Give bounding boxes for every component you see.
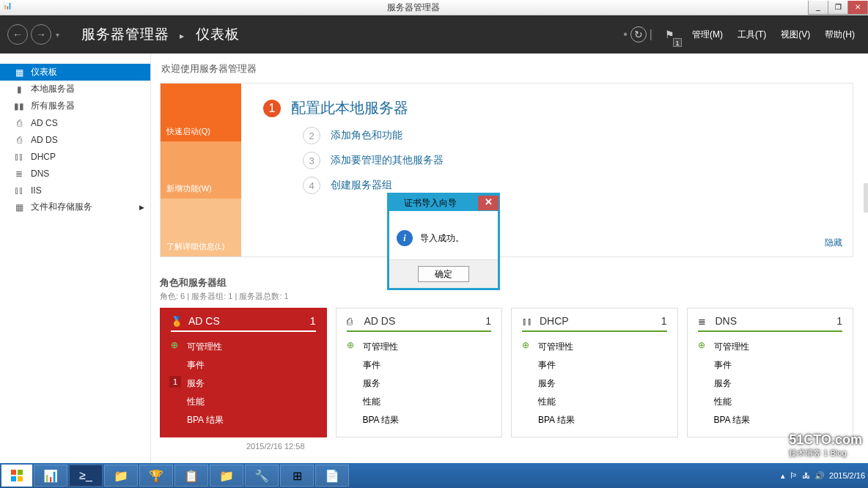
- taskbar-server-manager[interactable]: 📊: [34, 465, 67, 487]
- dialog-ok-button[interactable]: 确定: [418, 266, 469, 282]
- role-item-services[interactable]: 服务: [347, 374, 492, 393]
- roles-summary: 角色: 6 | 服务器组: 1 | 服务器总数: 1: [160, 291, 853, 302]
- refresh-button[interactable]: ↻: [630, 26, 647, 42]
- start-button[interactable]: [1, 465, 32, 487]
- step-number-icon: 1: [263, 100, 281, 117]
- svg-rect-1: [18, 470, 23, 475]
- sidebar-item-iis[interactable]: ⫿⫿IIS: [0, 182, 150, 199]
- step-add-roles[interactable]: 2添加角色和功能: [303, 127, 838, 144]
- sidebar-item-dns[interactable]: ≣DNS: [0, 165, 150, 182]
- role-item-services[interactable]: 服务: [522, 374, 667, 393]
- sidebar-item-label: IIS: [31, 185, 42, 196]
- chevron-right-icon: ▸: [180, 31, 185, 41]
- taskbar-app-5[interactable]: ⊞: [280, 465, 314, 487]
- notifications-button[interactable]: ⚑1: [660, 25, 679, 44]
- taskbar-powershell[interactable]: ≥_: [69, 465, 103, 487]
- breadcrumb-root[interactable]: 服务器管理器: [81, 26, 169, 42]
- tray-volume-icon[interactable]: 🔊: [814, 471, 825, 481]
- storage-icon: ▦: [13, 202, 25, 212]
- sidebar-item-label: DHCP: [31, 152, 56, 162]
- dns-icon: ≣: [13, 169, 25, 179]
- menu-view[interactable]: 视图(V): [775, 29, 816, 41]
- dashboard-icon: ▦: [13, 67, 25, 78]
- role-item-manageability[interactable]: 可管理性: [347, 338, 492, 356]
- role-item-events[interactable]: 事件: [347, 356, 492, 374]
- sidebar-item-dhcp[interactable]: ⫿⫿DHCP: [0, 148, 150, 165]
- notification-badge: 1: [673, 38, 682, 47]
- minimize-button[interactable]: _: [808, 1, 828, 15]
- adds-icon: ⎙: [347, 316, 360, 327]
- tray-up-icon[interactable]: ▴: [781, 471, 785, 481]
- sidebar: ▦仪表板 ▮本地服务器 ▮▮所有服务器 ⎙AD CS ⎙AD DS ⫿⫿DHCP…: [0, 53, 151, 463]
- taskbar-app-1[interactable]: 🏆: [139, 465, 173, 487]
- menu-help[interactable]: 帮助(H): [819, 29, 861, 41]
- taskbar-app-2[interactable]: 📋: [174, 465, 208, 487]
- header-separator: •: [623, 28, 628, 41]
- menu-manage[interactable]: 管理(M): [686, 29, 729, 41]
- close-button[interactable]: ✕: [847, 1, 868, 15]
- roles-timestamp: 2015/2/16 12:58: [246, 442, 853, 451]
- sidebar-item-storage[interactable]: ▦文件和存储服务▶: [0, 199, 150, 215]
- tab-learn-more[interactable]: 了解详细信息(L): [161, 199, 241, 256]
- scrollbar-handle[interactable]: [864, 183, 868, 212]
- maximize-button[interactable]: ❐: [828, 1, 848, 15]
- step-number-icon: 4: [303, 177, 320, 194]
- sidebar-item-label: AD CS: [31, 118, 58, 128]
- adds-icon: ⎙: [13, 135, 25, 145]
- nav-back-button[interactable]: ←: [7, 24, 28, 45]
- tray-network-icon[interactable]: 🖧: [802, 471, 810, 480]
- tab-quick-start[interactable]: 快速启动(Q): [161, 84, 241, 141]
- import-dialog: 证书导入向导 ✕ i 导入成功。 确定: [387, 193, 500, 290]
- welcome-heading: 欢迎使用服务器管理器: [160, 62, 853, 75]
- adcs-icon: ⎙: [13, 118, 25, 128]
- step-add-servers[interactable]: 3添加要管理的其他服务器: [303, 152, 838, 169]
- taskbar-app-3[interactable]: 📁: [210, 465, 243, 487]
- role-item-bpa[interactable]: BPA 结果: [698, 411, 843, 429]
- tab-whats-new[interactable]: 新增功能(W): [161, 141, 241, 199]
- sidebar-item-all-servers[interactable]: ▮▮所有服务器: [0, 97, 150, 114]
- sidebar-item-adcs[interactable]: ⎙AD CS: [0, 114, 150, 131]
- role-card-adds[interactable]: ⎙AD DS1 可管理性 事件 服务 性能 BPA 结果: [336, 308, 503, 437]
- svg-rect-3: [18, 476, 23, 481]
- role-item-performance[interactable]: 性能: [522, 393, 667, 411]
- step-create-group[interactable]: 4创建服务器组: [303, 177, 838, 194]
- roles-heading: 角色和服务器组: [160, 276, 853, 289]
- menu-tools[interactable]: 工具(T): [732, 29, 772, 41]
- sidebar-item-local-server[interactable]: ▮本地服务器: [0, 81, 150, 97]
- role-card-dhcp[interactable]: ⫿⫿DHCP1 可管理性 事件 服务 性能 BPA 结果: [511, 308, 678, 437]
- hide-link[interactable]: 隐藏: [825, 237, 842, 249]
- role-item-events[interactable]: 事件: [171, 356, 316, 374]
- tray-flag-icon[interactable]: 🏳: [790, 471, 798, 480]
- role-item-manageability[interactable]: 可管理性: [522, 338, 667, 356]
- role-item-services[interactable]: 服务: [698, 374, 843, 393]
- sidebar-item-dashboard[interactable]: ▦仪表板: [0, 64, 150, 81]
- role-card-adcs[interactable]: 🏅AD CS1 可管理性 事件 服务 性能 BPA 结果: [160, 308, 327, 437]
- taskbar-app-4[interactable]: 🔧: [245, 465, 279, 487]
- taskbar-app-6[interactable]: 📄: [315, 465, 349, 487]
- nav-dropdown-icon[interactable]: ▾: [56, 31, 59, 39]
- role-item-bpa[interactable]: BPA 结果: [347, 411, 492, 429]
- sidebar-item-label: DNS: [31, 169, 49, 179]
- sidebar-item-adds[interactable]: ⎙AD DS: [0, 131, 150, 148]
- server-icon: ▮: [13, 84, 25, 95]
- dialog-close-button[interactable]: ✕: [478, 196, 499, 210]
- role-item-events[interactable]: 事件: [698, 356, 843, 374]
- role-item-performance[interactable]: 性能: [347, 393, 492, 411]
- taskbar-explorer[interactable]: 📁: [104, 465, 138, 487]
- role-item-bpa[interactable]: BPA 结果: [171, 411, 316, 429]
- role-item-bpa[interactable]: BPA 结果: [522, 411, 667, 429]
- dhcp-icon: ⫿⫿: [13, 152, 25, 162]
- role-item-performance[interactable]: 性能: [171, 393, 316, 411]
- system-tray[interactable]: ▴ 🏳 🖧 🔊 2015/2/16: [781, 471, 868, 481]
- sidebar-item-label: 所有服务器: [31, 100, 75, 112]
- role-item-performance[interactable]: 性能: [698, 393, 843, 411]
- role-item-events[interactable]: 事件: [522, 356, 667, 374]
- info-icon: i: [397, 230, 413, 246]
- role-item-manageability[interactable]: 可管理性: [171, 338, 316, 356]
- tray-clock[interactable]: 2015/2/16: [829, 471, 865, 481]
- role-card-dns[interactable]: ≣DNS1 可管理性 事件 服务 性能 BPA 结果: [687, 308, 854, 437]
- step-configure-server[interactable]: 1配置此本地服务器: [263, 98, 838, 118]
- role-item-manageability[interactable]: 可管理性: [698, 338, 843, 356]
- nav-forward-button[interactable]: →: [31, 24, 51, 45]
- role-item-services[interactable]: 服务: [171, 374, 316, 393]
